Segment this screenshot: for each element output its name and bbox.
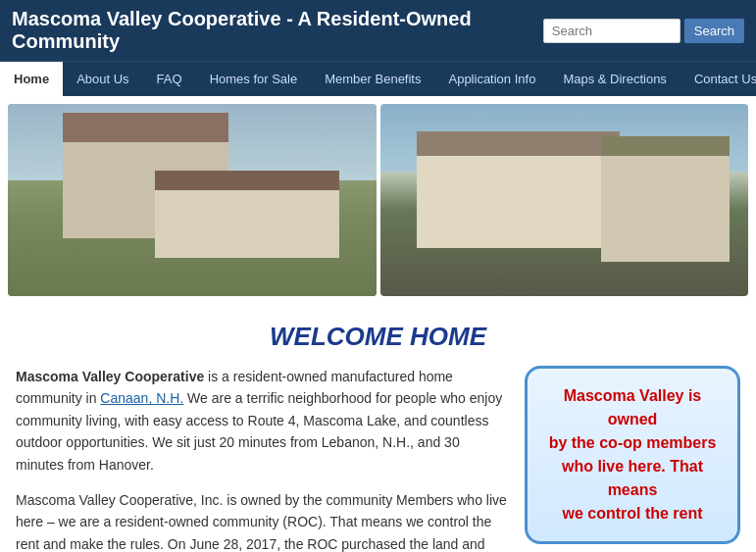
- site-header: Mascoma Valley Cooperative - A Resident-…: [0, 0, 756, 61]
- main-content: Mascoma Valley Cooperative is a resident…: [16, 366, 740, 552]
- welcome-heading: WELCOME HOME: [16, 322, 740, 352]
- hero-image-left: [8, 104, 377, 296]
- hero-image-right: [380, 104, 749, 296]
- hero-images: [0, 96, 756, 302]
- text-column: Mascoma Valley Cooperative is a resident…: [16, 366, 509, 552]
- canaan-link[interactable]: Canaan, N.H.: [100, 390, 183, 406]
- side-box-line4: we control the rent: [562, 505, 702, 522]
- intro-strong: Mascoma Valley Cooperative: [16, 369, 204, 384]
- intro-paragraph: Mascoma Valley Cooperative is a resident…: [16, 366, 509, 476]
- search-button[interactable]: Search: [684, 19, 744, 43]
- nav-item-application[interactable]: Application Info: [434, 62, 549, 96]
- nav-item-faq[interactable]: FAQ: [143, 62, 196, 96]
- nav-item-home[interactable]: Home: [0, 62, 63, 96]
- nav-item-homes[interactable]: Homes for Sale: [196, 62, 312, 96]
- nav-bar: Home About Us FAQ Homes for Sale Member …: [0, 61, 756, 96]
- search-input[interactable]: [543, 19, 680, 43]
- nav-item-contact[interactable]: Contact Us: [680, 62, 756, 96]
- site-title: Mascoma Valley Cooperative - A Resident-…: [12, 8, 543, 53]
- side-box-line3: who live here. That means: [562, 458, 703, 498]
- second-paragraph: Mascoma Valley Cooperative, Inc. is owne…: [16, 489, 509, 552]
- side-box-line1: Mascoma Valley is owned: [564, 387, 702, 427]
- search-area: Search: [543, 19, 744, 43]
- content-area: WELCOME HOME Mascoma Valley Cooperative …: [0, 302, 756, 552]
- side-box-text: Mascoma Valley is owned by the co-op mem…: [541, 384, 724, 526]
- side-box-line2: by the co-op members: [549, 434, 717, 451]
- side-box: Mascoma Valley is owned by the co-op mem…: [525, 366, 740, 544]
- nav-item-maps[interactable]: Maps & Directions: [549, 62, 680, 96]
- nav-item-about[interactable]: About Us: [63, 62, 142, 96]
- nav-item-benefits[interactable]: Member Benefits: [311, 62, 434, 96]
